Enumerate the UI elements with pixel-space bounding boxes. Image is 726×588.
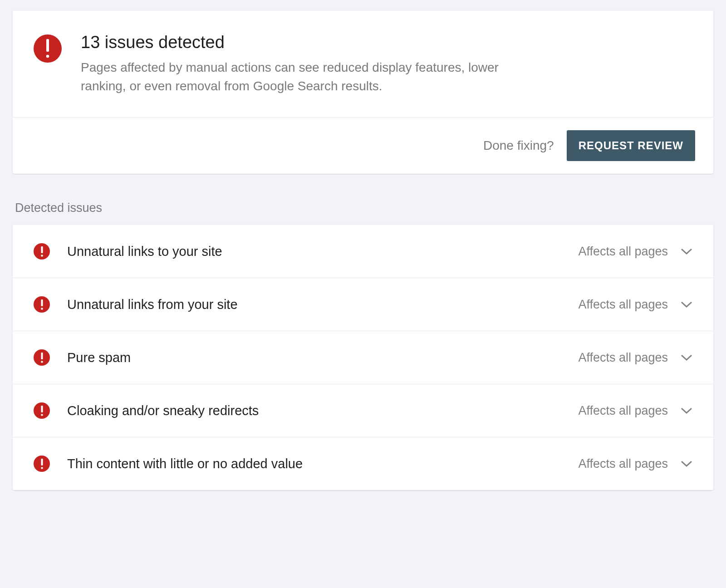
warning-icon (34, 402, 50, 419)
issue-affects-label: Affects all pages (578, 404, 668, 418)
chevron-down-icon (681, 301, 692, 308)
issue-row[interactable]: Unnatural links from your siteAffects al… (13, 278, 713, 331)
issue-title: Thin content with little or no added val… (67, 456, 578, 471)
issue-row[interactable]: Pure spamAffects all pages (13, 331, 713, 384)
warning-icon (34, 349, 50, 366)
svg-rect-6 (41, 353, 43, 359)
summary-text: 13 issues detected Pages affected by man… (81, 33, 535, 95)
svg-point-9 (41, 414, 43, 416)
issue-row[interactable]: Thin content with little or no added val… (13, 437, 713, 490)
detected-issues-heading: Detected issues (13, 201, 713, 215)
done-fixing-label: Done fixing? (483, 138, 554, 153)
issue-title: Unnatural links from your site (67, 297, 578, 312)
chevron-down-icon (681, 248, 692, 255)
warning-icon (34, 34, 62, 63)
warning-icon (34, 456, 50, 472)
issues-summary-card: 13 issues detected Pages affected by man… (13, 11, 713, 174)
chevron-down-icon (681, 354, 692, 361)
svg-point-7 (41, 361, 43, 363)
request-review-button[interactable]: REQUEST REVIEW (567, 130, 695, 161)
svg-rect-8 (41, 406, 43, 412)
summary-actions: Done fixing? REQUEST REVIEW (13, 118, 713, 174)
issue-affects-label: Affects all pages (578, 351, 668, 365)
issue-affects-label: Affects all pages (578, 245, 668, 259)
issue-affects-label: Affects all pages (578, 298, 668, 312)
chevron-down-icon (681, 460, 692, 467)
summary-title: 13 issues detected (81, 33, 535, 52)
svg-point-5 (41, 308, 43, 309)
svg-point-1 (46, 55, 49, 58)
svg-rect-0 (46, 39, 49, 52)
issue-row[interactable]: Unnatural links to your siteAffects all … (13, 225, 713, 278)
svg-point-3 (41, 255, 43, 256)
issues-list: Unnatural links to your siteAffects all … (13, 225, 713, 490)
chevron-down-icon (681, 407, 692, 414)
summary-header: 13 issues detected Pages affected by man… (13, 11, 713, 118)
issue-affects-label: Affects all pages (578, 457, 668, 471)
warning-icon (34, 243, 50, 260)
issue-title: Unnatural links to your site (67, 244, 578, 259)
issue-title: Cloaking and/or sneaky redirects (67, 403, 578, 418)
issue-row[interactable]: Cloaking and/or sneaky redirectsAffects … (13, 384, 713, 437)
svg-rect-10 (41, 459, 43, 466)
svg-rect-4 (41, 299, 43, 306)
svg-point-11 (41, 467, 43, 469)
issue-title: Pure spam (67, 350, 578, 365)
summary-description: Pages affected by manual actions can see… (81, 59, 535, 95)
svg-rect-2 (41, 246, 43, 253)
warning-icon (34, 296, 50, 313)
